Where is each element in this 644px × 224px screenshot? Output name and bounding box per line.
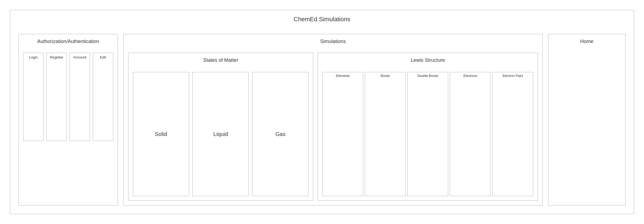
- lewis-items: Elements Bonds Double Bonds Electrons El: [322, 72, 533, 196]
- home-section-title: Home: [580, 39, 593, 44]
- auth-section: Authorization/Authentication Login Regis…: [19, 34, 118, 206]
- states-section-title: States of Matter: [133, 57, 308, 63]
- auth-item-account[interactable]: Account: [70, 53, 90, 141]
- auth-items: Login Register Account Edit: [23, 53, 113, 141]
- state-item-gas[interactable]: Gas: [252, 72, 308, 196]
- states-of-matter-section: States of Matter Solid Liquid Gas: [128, 53, 313, 201]
- auth-item-edit[interactable]: Edit: [93, 53, 113, 141]
- main-sections: Authorization/Authentication Login Regis…: [19, 34, 625, 206]
- auth-item-login[interactable]: Login: [23, 53, 44, 141]
- sim-subsections: States of Matter Solid Liquid Gas: [128, 53, 538, 201]
- state-item-solid[interactable]: Solid: [133, 72, 189, 196]
- app-container: ChemEd Simulations Authorization/Authent…: [10, 10, 634, 214]
- simulations-section: Simulations States of Matter Solid Liqui…: [123, 34, 543, 206]
- lewis-section-title: Lewis Structure: [322, 57, 533, 63]
- lewis-item-bonds[interactable]: Bonds: [365, 72, 406, 196]
- lewis-structure-section: Lewis Structure Elements Bonds Double Bo…: [318, 53, 538, 201]
- lewis-item-elements[interactable]: Elements: [322, 72, 363, 196]
- lewis-item-double-bonds[interactable]: Double Bonds: [407, 72, 448, 196]
- home-section: Home: [548, 34, 625, 206]
- lewis-item-electrons[interactable]: Electrons: [450, 72, 491, 196]
- auth-item-register[interactable]: Register: [46, 53, 67, 141]
- simulations-section-title: Simulations: [128, 39, 538, 44]
- app-title: ChemEd Simulations: [19, 16, 625, 23]
- auth-section-title: Authorization/Authentication: [23, 39, 113, 44]
- state-item-liquid[interactable]: Liquid: [192, 72, 249, 196]
- lewis-item-electron-pairs[interactable]: Electron Pairs: [492, 72, 533, 196]
- states-items: Solid Liquid Gas: [133, 72, 308, 196]
